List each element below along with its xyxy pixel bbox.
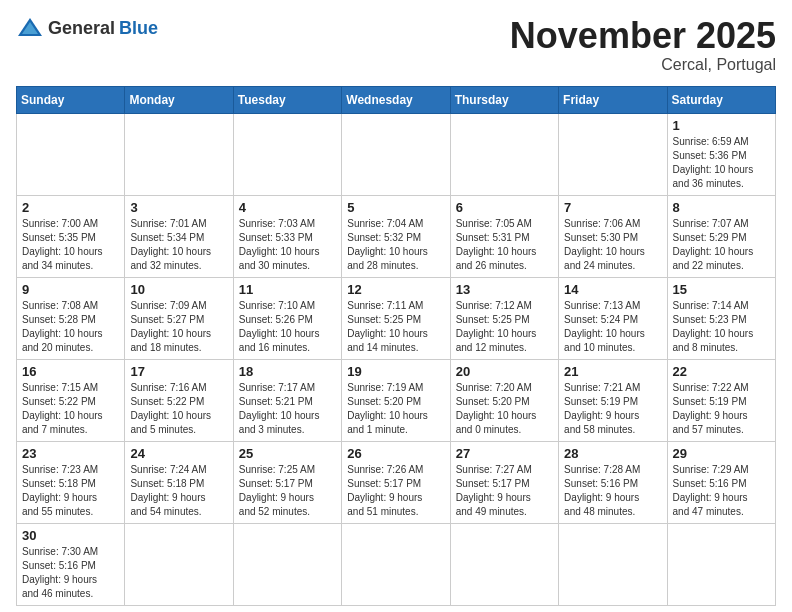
calendar-cell: 26Sunrise: 7:26 AM Sunset: 5:17 PM Dayli… [342,441,450,523]
day-info: Sunrise: 7:03 AM Sunset: 5:33 PM Dayligh… [239,217,336,273]
day-number: 15 [673,282,770,297]
calendar-cell: 15Sunrise: 7:14 AM Sunset: 5:23 PM Dayli… [667,277,775,359]
day-number: 1 [673,118,770,133]
day-info: Sunrise: 7:14 AM Sunset: 5:23 PM Dayligh… [673,299,770,355]
day-number: 19 [347,364,444,379]
month-title: November 2025 [510,16,776,56]
day-number: 4 [239,200,336,215]
logo-icon [16,16,44,40]
day-number: 12 [347,282,444,297]
col-wednesday: Wednesday [342,86,450,113]
calendar-cell: 1Sunrise: 6:59 AM Sunset: 5:36 PM Daylig… [667,113,775,195]
calendar-cell: 8Sunrise: 7:07 AM Sunset: 5:29 PM Daylig… [667,195,775,277]
calendar-cell [125,523,233,605]
calendar-week-row: 16Sunrise: 7:15 AM Sunset: 5:22 PM Dayli… [17,359,776,441]
day-info: Sunrise: 6:59 AM Sunset: 5:36 PM Dayligh… [673,135,770,191]
calendar-cell: 13Sunrise: 7:12 AM Sunset: 5:25 PM Dayli… [450,277,558,359]
day-number: 21 [564,364,661,379]
calendar-cell [342,523,450,605]
calendar-cell [233,113,341,195]
day-number: 23 [22,446,119,461]
day-number: 13 [456,282,553,297]
day-info: Sunrise: 7:28 AM Sunset: 5:16 PM Dayligh… [564,463,661,519]
day-info: Sunrise: 7:24 AM Sunset: 5:18 PM Dayligh… [130,463,227,519]
calendar-cell [342,113,450,195]
logo-blue: Blue [119,18,158,39]
day-number: 20 [456,364,553,379]
calendar-cell [667,523,775,605]
day-number: 7 [564,200,661,215]
col-monday: Monday [125,86,233,113]
day-info: Sunrise: 7:11 AM Sunset: 5:25 PM Dayligh… [347,299,444,355]
logo-general: General [48,18,115,39]
day-info: Sunrise: 7:17 AM Sunset: 5:21 PM Dayligh… [239,381,336,437]
day-info: Sunrise: 7:08 AM Sunset: 5:28 PM Dayligh… [22,299,119,355]
calendar-cell: 9Sunrise: 7:08 AM Sunset: 5:28 PM Daylig… [17,277,125,359]
day-info: Sunrise: 7:30 AM Sunset: 5:16 PM Dayligh… [22,545,119,601]
calendar-cell: 5Sunrise: 7:04 AM Sunset: 5:32 PM Daylig… [342,195,450,277]
day-number: 27 [456,446,553,461]
day-info: Sunrise: 7:09 AM Sunset: 5:27 PM Dayligh… [130,299,227,355]
day-number: 18 [239,364,336,379]
col-friday: Friday [559,86,667,113]
col-thursday: Thursday [450,86,558,113]
day-info: Sunrise: 7:10 AM Sunset: 5:26 PM Dayligh… [239,299,336,355]
calendar-week-row: 9Sunrise: 7:08 AM Sunset: 5:28 PM Daylig… [17,277,776,359]
day-number: 28 [564,446,661,461]
day-info: Sunrise: 7:23 AM Sunset: 5:18 PM Dayligh… [22,463,119,519]
calendar-week-row: 2Sunrise: 7:00 AM Sunset: 5:35 PM Daylig… [17,195,776,277]
calendar-cell [559,113,667,195]
calendar-cell: 23Sunrise: 7:23 AM Sunset: 5:18 PM Dayli… [17,441,125,523]
day-info: Sunrise: 7:15 AM Sunset: 5:22 PM Dayligh… [22,381,119,437]
calendar-cell [233,523,341,605]
calendar-cell [450,113,558,195]
day-number: 30 [22,528,119,543]
day-number: 14 [564,282,661,297]
day-number: 3 [130,200,227,215]
day-info: Sunrise: 7:20 AM Sunset: 5:20 PM Dayligh… [456,381,553,437]
page-header: GeneralBlue November 2025 Cercal, Portug… [16,16,776,74]
calendar-cell: 30Sunrise: 7:30 AM Sunset: 5:16 PM Dayli… [17,523,125,605]
calendar-cell [559,523,667,605]
day-info: Sunrise: 7:25 AM Sunset: 5:17 PM Dayligh… [239,463,336,519]
logo: GeneralBlue [16,16,158,40]
calendar-cell: 14Sunrise: 7:13 AM Sunset: 5:24 PM Dayli… [559,277,667,359]
calendar-header-row: Sunday Monday Tuesday Wednesday Thursday… [17,86,776,113]
day-number: 29 [673,446,770,461]
day-info: Sunrise: 7:07 AM Sunset: 5:29 PM Dayligh… [673,217,770,273]
calendar-cell: 2Sunrise: 7:00 AM Sunset: 5:35 PM Daylig… [17,195,125,277]
day-number: 11 [239,282,336,297]
day-number: 10 [130,282,227,297]
calendar-cell: 10Sunrise: 7:09 AM Sunset: 5:27 PM Dayli… [125,277,233,359]
day-number: 9 [22,282,119,297]
title-area: November 2025 Cercal, Portugal [510,16,776,74]
day-info: Sunrise: 7:19 AM Sunset: 5:20 PM Dayligh… [347,381,444,437]
calendar-cell: 3Sunrise: 7:01 AM Sunset: 5:34 PM Daylig… [125,195,233,277]
calendar-cell: 24Sunrise: 7:24 AM Sunset: 5:18 PM Dayli… [125,441,233,523]
location: Cercal, Portugal [510,56,776,74]
calendar-week-row: 30Sunrise: 7:30 AM Sunset: 5:16 PM Dayli… [17,523,776,605]
day-number: 22 [673,364,770,379]
day-info: Sunrise: 7:27 AM Sunset: 5:17 PM Dayligh… [456,463,553,519]
day-info: Sunrise: 7:26 AM Sunset: 5:17 PM Dayligh… [347,463,444,519]
day-number: 6 [456,200,553,215]
day-number: 16 [22,364,119,379]
day-info: Sunrise: 7:22 AM Sunset: 5:19 PM Dayligh… [673,381,770,437]
calendar-cell: 7Sunrise: 7:06 AM Sunset: 5:30 PM Daylig… [559,195,667,277]
col-sunday: Sunday [17,86,125,113]
day-number: 24 [130,446,227,461]
calendar-cell: 6Sunrise: 7:05 AM Sunset: 5:31 PM Daylig… [450,195,558,277]
day-info: Sunrise: 7:12 AM Sunset: 5:25 PM Dayligh… [456,299,553,355]
calendar-cell: 27Sunrise: 7:27 AM Sunset: 5:17 PM Dayli… [450,441,558,523]
day-number: 25 [239,446,336,461]
calendar-week-row: 23Sunrise: 7:23 AM Sunset: 5:18 PM Dayli… [17,441,776,523]
day-number: 8 [673,200,770,215]
calendar-cell: 28Sunrise: 7:28 AM Sunset: 5:16 PM Dayli… [559,441,667,523]
calendar-table: Sunday Monday Tuesday Wednesday Thursday… [16,86,776,606]
col-saturday: Saturday [667,86,775,113]
day-info: Sunrise: 7:00 AM Sunset: 5:35 PM Dayligh… [22,217,119,273]
day-info: Sunrise: 7:29 AM Sunset: 5:16 PM Dayligh… [673,463,770,519]
calendar-cell [125,113,233,195]
day-number: 2 [22,200,119,215]
day-info: Sunrise: 7:21 AM Sunset: 5:19 PM Dayligh… [564,381,661,437]
